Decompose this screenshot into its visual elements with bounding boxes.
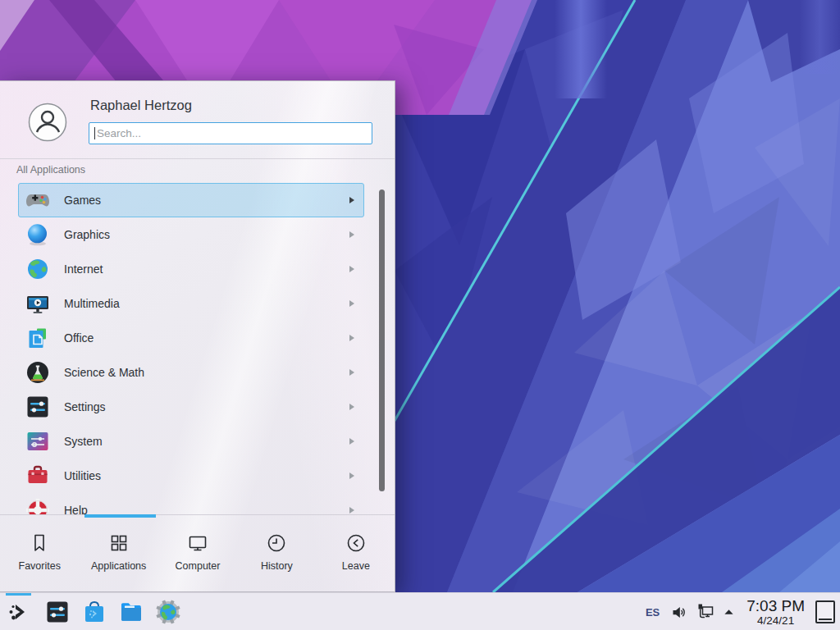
footer-divider xyxy=(0,514,395,515)
category-help[interactable]: Help xyxy=(0,493,395,514)
clock-time: 7:03 PM xyxy=(746,598,805,614)
search-input[interactable]: Search... xyxy=(89,122,372,144)
web-browser-button[interactable] xyxy=(155,599,181,625)
section-label: All Applications xyxy=(16,164,85,176)
sphere-icon xyxy=(25,221,51,248)
category-label: Help xyxy=(64,493,88,514)
submenu-arrow-icon xyxy=(349,472,354,479)
category-science-math[interactable]: Science & Math xyxy=(0,355,395,390)
tab-favorites[interactable]: Favorites xyxy=(0,519,79,591)
office-icon xyxy=(25,325,51,351)
category-label: Graphics xyxy=(64,217,110,252)
category-games[interactable]: Games xyxy=(0,183,395,217)
category-label: Settings xyxy=(64,390,106,424)
tab-leave[interactable]: Leave xyxy=(317,519,395,591)
active-task-indicator xyxy=(6,593,31,596)
globe-icon xyxy=(25,256,51,282)
footer-tab-bar: FavoritesApplicationsComputerHistoryLeav… xyxy=(0,519,395,591)
tab-label: Favorites xyxy=(19,560,61,572)
category-label: Utilities xyxy=(64,459,101,493)
submenu-arrow-icon xyxy=(349,507,354,514)
category-label: System xyxy=(64,424,103,459)
tab-label: Applications xyxy=(91,560,146,572)
tab-computer[interactable]: Computer xyxy=(158,519,237,591)
submenu-arrow-icon xyxy=(349,404,354,410)
category-label: Games xyxy=(64,183,101,217)
grid-icon xyxy=(107,532,130,555)
user-avatar[interactable] xyxy=(28,103,67,142)
system-icon xyxy=(25,428,51,454)
category-multimedia[interactable]: Multimedia xyxy=(0,286,395,321)
category-utilities[interactable]: Utilities xyxy=(0,459,395,493)
science-icon xyxy=(25,359,51,386)
category-graphics[interactable]: Graphics xyxy=(0,217,395,252)
tray-icons xyxy=(670,602,746,622)
active-tab-indicator xyxy=(84,514,156,518)
header-divider xyxy=(0,158,395,159)
discover-software-center-button[interactable] xyxy=(81,599,107,625)
system-settings-button[interactable] xyxy=(44,599,71,625)
submenu-arrow-icon xyxy=(349,438,354,445)
tab-label: Leave xyxy=(342,560,370,572)
app-launcher-button[interactable] xyxy=(0,593,38,630)
clock[interactable]: 7:03 PM 4/24/21 xyxy=(746,598,805,627)
help-icon xyxy=(25,497,51,514)
submenu-arrow-icon xyxy=(349,197,354,203)
keyboard-layout-indicator[interactable]: ES xyxy=(646,606,660,619)
system-tray: ES 7:03 PM 4/24/21 xyxy=(646,593,840,630)
category-label: Internet xyxy=(64,252,103,286)
show-desktop-button[interactable] xyxy=(815,600,835,623)
category-label: Science & Math xyxy=(64,355,144,390)
category-system[interactable]: System xyxy=(0,424,395,459)
taskbar: ES 7:03 PM 4/24/21 xyxy=(0,592,840,630)
scrollbar[interactable] xyxy=(379,189,385,491)
leave-icon xyxy=(345,532,368,555)
category-list: GamesGraphicsInternetMultimediaOfficeSci… xyxy=(0,180,395,514)
category-label: Office xyxy=(64,321,94,355)
user-name: Raphael Hertzog xyxy=(90,98,192,113)
category-office[interactable]: Office xyxy=(0,321,395,355)
tab-applications[interactable]: Applications xyxy=(79,519,158,591)
tab-label: Computer xyxy=(176,560,221,572)
volume-icon[interactable] xyxy=(670,604,687,621)
submenu-arrow-icon xyxy=(349,231,354,238)
file-manager-button[interactable] xyxy=(118,599,144,625)
category-internet[interactable]: Internet xyxy=(0,252,395,286)
submenu-arrow-icon xyxy=(349,300,354,307)
settings-icon xyxy=(25,394,51,420)
submenu-arrow-icon xyxy=(349,369,354,376)
category-settings[interactable]: Settings xyxy=(0,390,395,424)
monitor-icon xyxy=(186,532,209,555)
text-cursor xyxy=(94,127,95,139)
bookmark-icon xyxy=(28,532,51,555)
network-icon[interactable] xyxy=(696,602,716,622)
submenu-arrow-icon xyxy=(349,335,354,341)
clock-date: 4/24/21 xyxy=(746,614,805,627)
application-launcher-popup: Raphael Hertzog Search... All Applicatio… xyxy=(0,80,395,592)
utilities-icon xyxy=(25,463,51,489)
kde-launcher-icon xyxy=(7,600,31,624)
gamepad-icon xyxy=(25,187,51,213)
multimedia-icon xyxy=(25,290,51,317)
category-label: Multimedia xyxy=(64,286,120,321)
taskbar-pinned-apps xyxy=(44,599,181,625)
clock-icon xyxy=(265,532,288,555)
tab-label: History xyxy=(261,560,293,572)
expand-tray-icon[interactable] xyxy=(723,606,735,619)
search-placeholder: Search... xyxy=(97,127,141,139)
tab-history[interactable]: History xyxy=(237,519,316,591)
submenu-arrow-icon xyxy=(349,266,354,272)
